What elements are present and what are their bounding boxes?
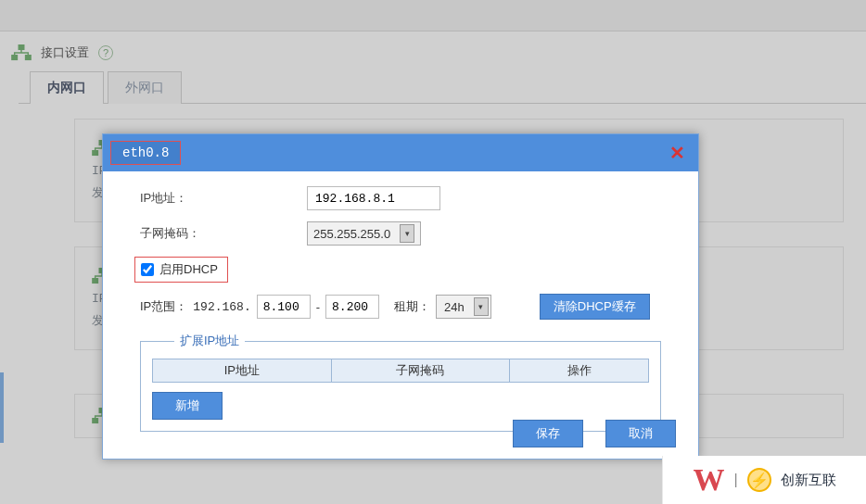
top-bar — [0, 0, 866, 32]
range-end-input[interactable] — [325, 295, 379, 319]
range-start-input[interactable] — [257, 295, 311, 319]
mask-label: 子网掩码： — [140, 225, 307, 242]
interface-edit-modal: eth0.8 ✕ IP地址： 子网掩码： 255.255.255.0 ▾ 启用D… — [102, 133, 699, 460]
svg-rect-7 — [93, 279, 98, 284]
cancel-button[interactable]: 取消 — [605, 420, 676, 447]
mask-select[interactable]: 255.255.255.0 ▾ — [307, 221, 421, 246]
svg-rect-10 — [93, 419, 98, 423]
ext-col-mask: 子网掩码 — [331, 359, 510, 383]
extended-ip-group: 扩展IP地址 IP地址 子网掩码 操作 新增 — [140, 333, 661, 432]
tab-internal[interactable]: 内网口 — [30, 71, 104, 104]
lease-value: 24h — [444, 300, 465, 314]
bolt-icon: ⚡ — [747, 468, 771, 492]
dhcp-checkbox[interactable] — [141, 263, 154, 276]
watermark: W | ⚡ 创新互联 — [662, 456, 866, 504]
save-button[interactable]: 保存 — [513, 420, 583, 447]
extended-ip-legend: 扩展IP地址 — [174, 333, 245, 349]
modal-body: IP地址： 子网掩码： 255.255.255.0 ▾ 启用DHCP IP范围：… — [103, 171, 698, 441]
ext-col-ip: IP地址 — [153, 359, 332, 383]
tab-bar: 内网口 外网口 — [19, 70, 866, 104]
modal-header: eth0.8 ✕ — [103, 134, 698, 171]
svg-rect-0 — [19, 45, 24, 50]
close-icon[interactable]: ✕ — [669, 142, 685, 164]
range-sep: - — [316, 300, 320, 314]
page-title: 接口设置 — [41, 44, 89, 61]
watermark-text: 创新互联 — [781, 472, 836, 489]
help-icon[interactable]: ? — [98, 45, 113, 60]
clear-dhcp-cache-button[interactable]: 清除DHCP缓存 — [540, 294, 650, 320]
dhcp-label: 启用DHCP — [159, 261, 218, 278]
range-prefix: 192.168. — [193, 300, 250, 314]
lease-select[interactable]: 24h ▾ — [436, 295, 491, 319]
svg-rect-2 — [26, 56, 32, 60]
modal-title: eth0.8 — [110, 141, 181, 165]
svg-rect-1 — [12, 56, 17, 60]
dhcp-checkbox-wrap[interactable]: 启用DHCP — [134, 257, 228, 283]
ext-col-op: 操作 — [510, 359, 649, 383]
mask-value: 255.255.255.0 — [313, 227, 390, 241]
left-accent — [0, 372, 4, 443]
svg-rect-4 — [93, 151, 98, 156]
network-icon — [11, 44, 32, 61]
add-ext-ip-button[interactable]: 新增 — [152, 392, 223, 420]
section-header: 接口设置 ? — [0, 32, 866, 70]
watermark-w-icon: W — [693, 462, 724, 498]
tab-external[interactable]: 外网口 — [108, 71, 182, 104]
chevron-down-icon: ▾ — [474, 297, 489, 316]
modal-footer: 保存 取消 — [513, 420, 676, 447]
lease-label: 租期： — [394, 298, 430, 315]
extended-ip-table: IP地址 子网掩码 操作 — [152, 359, 649, 383]
ip-input[interactable] — [307, 186, 440, 210]
chevron-down-icon: ▾ — [400, 224, 414, 243]
range-label: IP范围： — [140, 298, 187, 315]
ip-label: IP地址： — [140, 190, 307, 207]
